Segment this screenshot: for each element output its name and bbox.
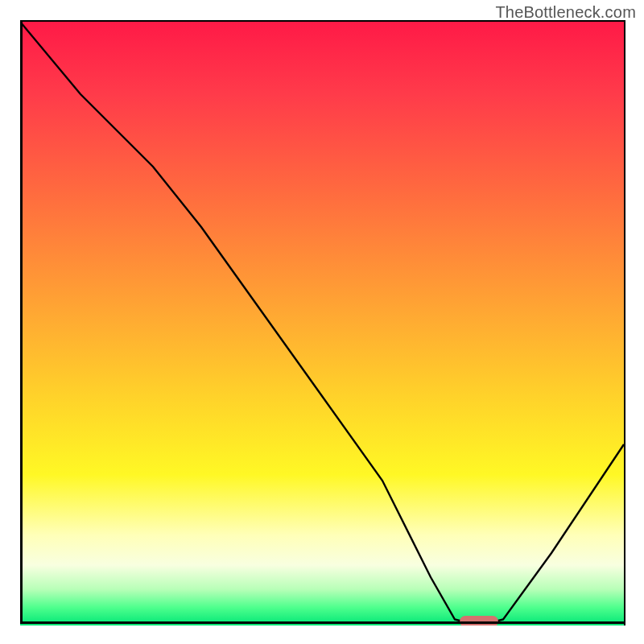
watermark-text: TheBottleneck.com [495, 3, 636, 22]
optimal-marker [460, 616, 498, 625]
chart-frame: TheBottleneck.com [0, 0, 644, 644]
plot-area [20, 20, 625, 625]
bottleneck-curve [20, 22, 624, 625]
